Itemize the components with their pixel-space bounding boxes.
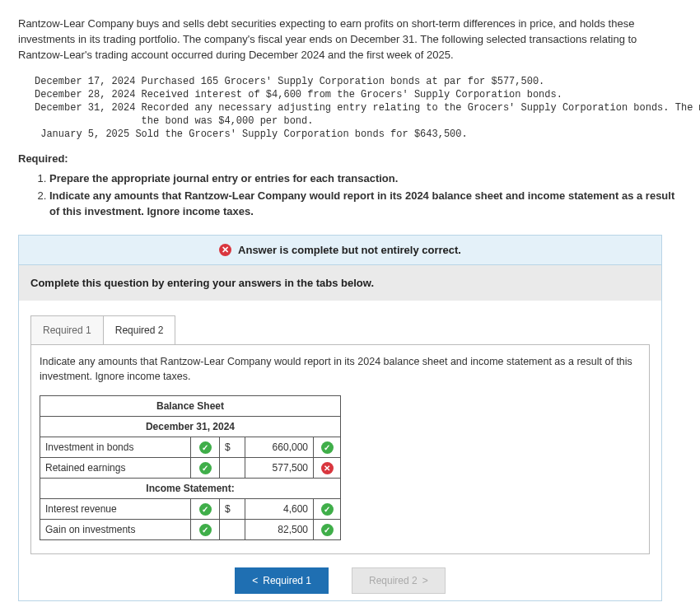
row-label[interactable]: Investment in bonds [40,437,191,458]
required-item-1: Prepare the appropriate journal entry or… [49,172,398,184]
status-text: Answer is complete but not entirely corr… [238,244,461,256]
mark-cell: ✓ [314,499,341,520]
check-icon: ✓ [199,524,212,536]
check-icon: ✓ [321,441,334,454]
table-row: Retained earnings ✓ 577,500 ✕ [40,458,341,479]
tab-required-2[interactable]: Required 2 [103,315,176,344]
tab-required-1[interactable]: Required 1 [30,315,104,344]
transactions-block: December 17, 2024 Purchased 165 Grocers'… [35,75,682,142]
income-statement-header: Income Statement: [40,479,341,499]
mark-cell: ✓ [191,520,220,540]
tabs-row: Required 1 Required 2 [30,315,661,344]
next-button-label: Required 2 [369,575,418,586]
tab-body: Indicate any amounts that Rantzow-Lear C… [30,344,650,554]
currency-cell: $ [220,499,245,520]
instruction-bar: Complete this question by entering your … [19,265,661,301]
value-cell[interactable]: 82,500 [245,520,314,540]
cross-icon: ✕ [321,462,334,474]
table-row: Interest revenue ✓ $ 4,600 ✓ [40,499,341,520]
balance-sheet-date: December 31, 2024 [40,417,341,437]
check-icon: ✓ [199,503,212,516]
check-icon: ✓ [199,441,212,454]
answer-table: Balance Sheet December 31, 2024 Investme… [40,395,341,540]
required-heading: Required: [18,152,682,165]
next-button[interactable]: Required 2 > [352,567,446,594]
value-cell[interactable]: 660,000 [245,437,314,458]
check-icon: ✓ [321,503,334,516]
nav-row: < Required 1 Required 2 > [19,567,661,594]
required-item-2: Indicate any amounts that Rantzow-Lear C… [49,189,674,217]
tab-instruction: Indicate any amounts that Rantzow-Lear C… [40,355,641,384]
mark-cell: ✓ [191,437,220,458]
chevron-left-icon: < [252,575,258,586]
error-icon: ✕ [219,244,231,256]
value-cell[interactable]: 4,600 [245,499,314,520]
table-row: Investment in bonds ✓ $ 660,000 ✓ [40,437,341,458]
mark-cell: ✓ [314,437,341,458]
assessment-box: ✕ Answer is complete but not entirely co… [18,235,662,601]
check-icon: ✓ [321,524,334,536]
table-row: Gain on investments ✓ 82,500 ✓ [40,520,341,540]
mark-cell: ✓ [191,458,220,479]
mark-cell: ✓ [314,520,341,540]
value-cell[interactable]: 577,500 [245,458,314,479]
prev-button-label: Required 1 [263,575,311,586]
mark-cell: ✓ [191,499,220,520]
row-label[interactable]: Gain on investments [40,520,191,540]
status-bar: ✕ Answer is complete but not entirely co… [19,236,661,265]
mark-cell: ✕ [314,458,341,479]
problem-intro: Rantzow-Lear Company buys and sells debt… [18,16,682,63]
chevron-right-icon: > [422,575,428,586]
check-icon: ✓ [199,462,212,474]
currency-cell: $ [220,437,245,458]
row-label[interactable]: Retained earnings [40,458,191,479]
currency-cell [220,520,245,540]
prev-button[interactable]: < Required 1 [235,567,329,594]
balance-sheet-header: Balance Sheet [40,396,341,417]
row-label[interactable]: Interest revenue [40,499,191,520]
currency-cell [220,458,245,479]
required-list: Prepare the appropriate journal entry or… [35,171,682,220]
